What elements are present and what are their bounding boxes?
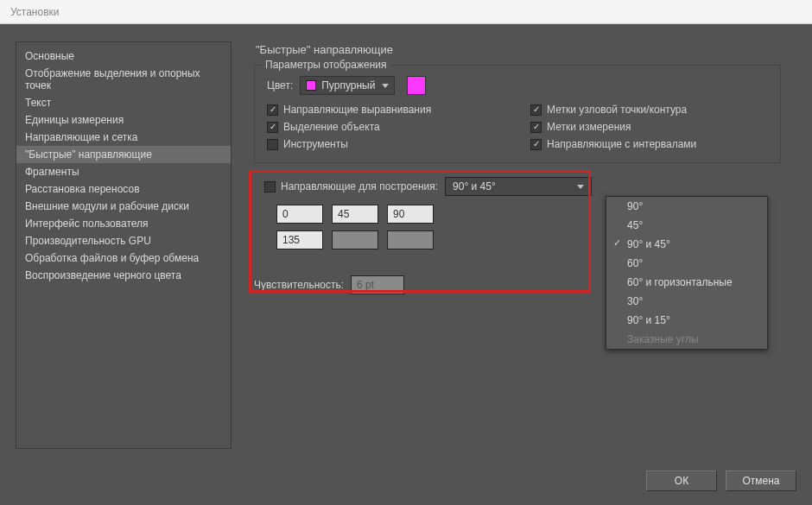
content: Основные Отображение выделения и опорных… bbox=[0, 24, 812, 505]
check-object-highlighting[interactable]: ✓Выделение объекта bbox=[267, 121, 504, 133]
check-label: Метки измерения bbox=[547, 121, 631, 133]
sidebar-item-type[interactable]: Текст bbox=[16, 94, 231, 111]
check-label: Направляющие с интервалами bbox=[547, 138, 696, 150]
main-panel: "Быстрые" направляющие Параметры отображ… bbox=[238, 41, 796, 489]
cancel-button[interactable]: Отмена bbox=[726, 470, 796, 491]
check-measurement-labels[interactable]: ✓Метки измерения bbox=[530, 121, 768, 133]
check-construction-guides[interactable]: Направляющие для построения: bbox=[264, 180, 438, 193]
sidebar-item-gpu[interactable]: Производительность GPU bbox=[16, 232, 231, 249]
sidebar-item-selection-anchors[interactable]: Отображение выделения и опорных точек bbox=[16, 65, 231, 94]
angle-input-6[interactable] bbox=[387, 230, 434, 249]
titlebar: Установки bbox=[0, 0, 812, 24]
display-params-fieldset: Параметры отображения Цвет: Пурпурный ✓Н… bbox=[254, 65, 781, 163]
dropdown-item-60-horiz[interactable]: 60° и горизонтальные bbox=[606, 273, 767, 292]
sidebar-item-units[interactable]: Единицы измерения bbox=[16, 111, 231, 129]
sensitivity-input[interactable] bbox=[351, 275, 404, 294]
preferences-window: Установки Основные Отображение выделения… bbox=[0, 0, 812, 505]
check-alignment-guides[interactable]: ✓Направляющие выравнивания bbox=[267, 104, 504, 116]
angle-input-2[interactable] bbox=[332, 205, 378, 224]
check-label: Направляющие выравнивания bbox=[283, 104, 431, 116]
dropdown-item-30[interactable]: 30° bbox=[606, 292, 767, 311]
check-anchor-path-labels[interactable]: ✓Метки узловой точки/контура bbox=[530, 104, 768, 116]
sidebar-item-ui[interactable]: Интерфейс пользователя bbox=[16, 215, 231, 232]
checkbox-icon: ✓ bbox=[267, 122, 278, 133]
sensitivity-label: Чувствительность: bbox=[254, 279, 344, 291]
dropdown-item-90-45[interactable]: 90° и 45° bbox=[606, 235, 767, 254]
angle-input-3[interactable] bbox=[387, 205, 434, 224]
footer: ОК Отмена bbox=[646, 470, 796, 491]
check-label: Инструменты bbox=[283, 138, 348, 150]
angle-preset-value: 90° и 45° bbox=[453, 180, 496, 193]
dropdown-item-90-15[interactable]: 90° и 15° bbox=[606, 311, 767, 330]
checkbox-icon: ✓ bbox=[267, 104, 278, 116]
check-label: Метки узловой точки/контура bbox=[547, 104, 687, 116]
check-transform-tools[interactable]: Инструменты bbox=[267, 138, 504, 150]
angle-preset-select[interactable]: 90° и 45° bbox=[445, 177, 592, 196]
dropdown-item-90[interactable]: 90° bbox=[606, 197, 767, 216]
angle-input-1[interactable] bbox=[276, 205, 323, 224]
sidebar-item-guides-grid[interactable]: Направляющие и сетка bbox=[16, 129, 231, 146]
color-preview[interactable] bbox=[407, 76, 426, 95]
window-title: Установки bbox=[10, 6, 59, 18]
dropdown-item-custom: Заказные углы bbox=[606, 330, 767, 349]
color-select-value: Пурпурный bbox=[321, 79, 375, 92]
angle-preset-dropdown: 90° 45° 90° и 45° 60° 60° и горизонтальн… bbox=[606, 196, 768, 350]
checkbox-icon: ✓ bbox=[530, 122, 542, 133]
checkbox-icon: ✓ bbox=[530, 139, 542, 150]
checkbox-icon bbox=[267, 139, 278, 150]
dropdown-item-60[interactable]: 60° bbox=[606, 254, 767, 273]
check-label: Выделение объекта bbox=[283, 121, 380, 133]
display-params-legend: Параметры отображения bbox=[262, 59, 390, 71]
sidebar-item-general[interactable]: Основные bbox=[16, 47, 231, 65]
chevron-down-icon bbox=[577, 185, 584, 189]
check-spacing-guides[interactable]: ✓Направляющие с интервалами bbox=[530, 138, 768, 150]
dropdown-item-45[interactable]: 45° bbox=[606, 216, 767, 235]
sidebar-item-file-handling[interactable]: Обработка файлов и буфер обмена bbox=[16, 249, 231, 267]
construction-guides-label: Направляющие для построения: bbox=[281, 180, 438, 193]
ok-button[interactable]: ОК bbox=[646, 470, 717, 491]
color-swatch-icon bbox=[306, 80, 316, 91]
angle-input-4[interactable] bbox=[276, 230, 323, 249]
color-select[interactable]: Пурпурный bbox=[300, 76, 395, 95]
sidebar-item-hyphenation[interactable]: Расстановка переносов bbox=[16, 180, 231, 198]
sidebar-item-smart-guides[interactable]: "Быстрые" направляющие bbox=[16, 146, 231, 163]
highlight-frame: Направляющие для построения: 90° и 45° 9… bbox=[252, 174, 783, 255]
angle-input-5[interactable] bbox=[332, 230, 378, 249]
color-label: Цвет: bbox=[267, 79, 293, 92]
checkbox-icon bbox=[264, 181, 276, 193]
checkbox-icon: ✓ bbox=[530, 104, 542, 116]
sidebar: Основные Отображение выделения и опорных… bbox=[16, 41, 232, 449]
sidebar-item-black-appearance[interactable]: Воспроизведение черного цвета bbox=[16, 267, 231, 284]
chevron-down-icon bbox=[382, 84, 389, 88]
sidebar-item-slices[interactable]: Фрагменты bbox=[16, 163, 231, 180]
sidebar-item-plugins-disks[interactable]: Внешние модули и рабочие диски bbox=[16, 198, 231, 215]
